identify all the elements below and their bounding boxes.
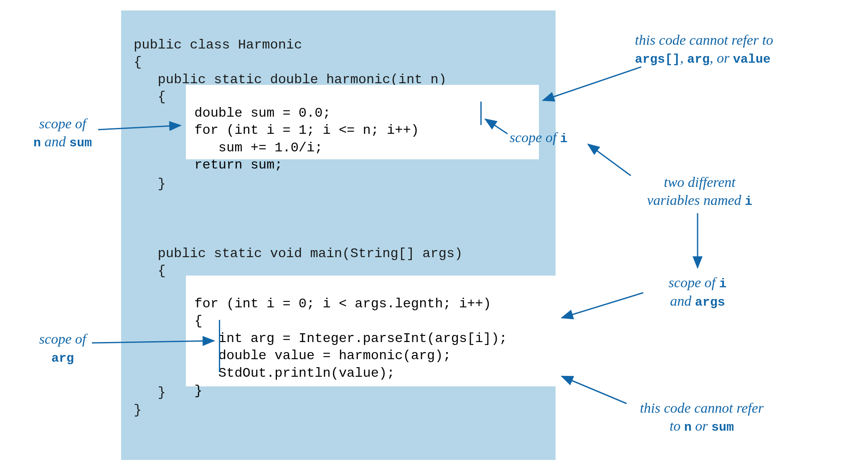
annotation-text: and: [670, 293, 695, 309]
harmonic-body: double sum = 0.0; for (int i = 1; i <= n…: [186, 85, 539, 194]
code-line: }: [134, 402, 142, 418]
annotation-var: i: [560, 132, 568, 146]
annotation-text: to: [670, 418, 684, 434]
code-line: public static void main(String[] args): [134, 246, 462, 261]
annotation-cannot-refer-n: this code cannot refer to n or sum: [614, 399, 789, 435]
annotation-text: variables named: [647, 192, 745, 208]
main-body: for (int i = 0; i < args.legnth; i++) { …: [186, 276, 556, 419]
code-line: return sum;: [146, 156, 282, 174]
code-line: for (int i = 1; i <= n; i++): [146, 122, 419, 139]
arrow: [588, 144, 631, 176]
annotation-text: and: [41, 134, 69, 149]
main-body-box: for (int i = 0; i < args.legnth; i++) { …: [186, 276, 556, 386]
annotation-var: args: [695, 295, 725, 309]
code-line: }: [146, 382, 202, 400]
code-line: sum += 1.0/i;: [146, 139, 322, 157]
annotation-text: ,: [680, 50, 687, 66]
annotation-var: arg: [51, 351, 74, 365]
annotation-two-different: two different variables named i: [620, 174, 779, 209]
code-line: {: [134, 54, 142, 70]
annotation-text: this code cannot refer: [640, 400, 764, 416]
annotation-var: arg: [687, 52, 710, 66]
code-line: StdOut.println(value);: [146, 365, 395, 382]
annotation-var: args[]: [635, 52, 680, 66]
annotation-scope-arg: scope of arg: [21, 330, 104, 366]
annotation-scope-i: scope of i: [510, 129, 593, 147]
annotation-text: or: [692, 418, 711, 434]
annotation-text: scope of: [39, 116, 86, 131]
annotation-cannot-refer-args: this code cannot refer to args[], arg, o…: [635, 31, 831, 67]
code-line: double sum = 0.0;: [146, 105, 331, 122]
arrow: [562, 293, 643, 318]
annotation-text: , or: [710, 50, 733, 66]
annotation-text: scope of: [510, 130, 560, 145]
code-line: {: [134, 89, 166, 105]
code-line: for (int i = 0; i < args.legnth; i++): [146, 295, 491, 313]
annotation-text: this code cannot refer to: [635, 32, 773, 48]
annotation-var: i: [745, 194, 752, 209]
annotation-scope-i-args: scope of i and args: [643, 274, 752, 310]
harmonic-body-box: double sum = 0.0; for (int i = 1; i <= n…: [186, 85, 539, 159]
code-container: public class Harmonic { public static do…: [121, 10, 556, 460]
code-line: {: [146, 312, 202, 330]
code-line: public class Harmonic: [134, 37, 302, 53]
annotation-text: two different: [664, 174, 736, 190]
annotation-text: scope of: [669, 275, 719, 290]
code-line: {: [134, 263, 166, 278]
annotation-var: value: [733, 52, 771, 66]
scope-bar-i-top: [480, 102, 482, 125]
code-line: int arg = Integer.parseInt(args[i]);: [146, 330, 507, 347]
annotation-var: i: [719, 277, 726, 291]
annotation-var: n: [33, 136, 41, 150]
annotation-var: sum: [711, 420, 734, 434]
annotation-scope-n-sum: scope of n and sum: [15, 115, 111, 151]
code-line: }: [134, 176, 166, 192]
annotation-var: sum: [69, 136, 92, 150]
annotation-text: scope of: [39, 331, 86, 347]
annotation-var: n: [684, 420, 692, 434]
scope-bar-arg: [219, 320, 220, 372]
code-line: double value = harmonic(arg);: [146, 347, 451, 365]
arrow: [543, 67, 641, 100]
